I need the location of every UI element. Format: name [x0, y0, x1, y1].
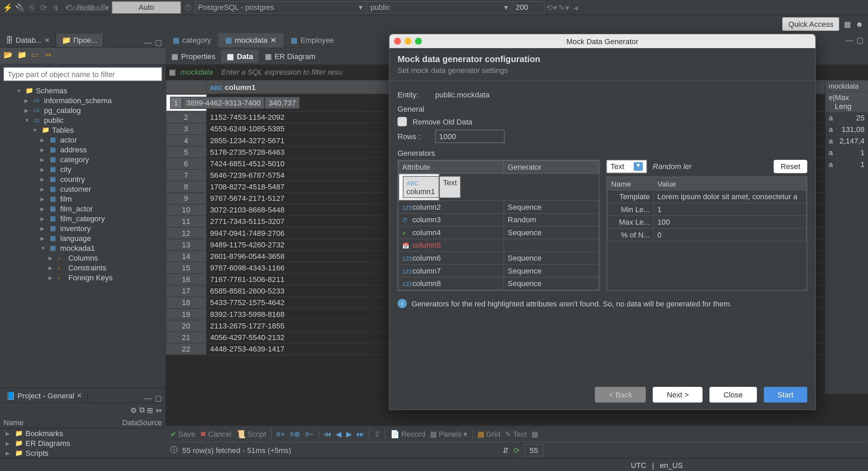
- remove-old-checkbox[interactable]: [397, 117, 407, 126]
- cancel-button[interactable]: ✖Cancel: [200, 430, 232, 438]
- close-icon[interactable]: ✕: [44, 37, 50, 44]
- commit-icon[interactable]: ↯: [51, 2, 61, 13]
- link-icon[interactable]: ⇔: [156, 406, 162, 415]
- tree-node[interactable]: ▶▦address: [0, 145, 165, 155]
- project-item[interactable]: ▶📁Bookmarks: [0, 429, 165, 438]
- sync-icon[interactable]: ⟲▾: [546, 2, 557, 13]
- start-button[interactable]: Start: [764, 387, 807, 402]
- refresh-icon[interactable]: ⟳: [513, 446, 520, 454]
- minimize-icon[interactable]: —: [144, 394, 152, 403]
- generator-row[interactable]: ⏱ column3Random: [398, 213, 599, 226]
- position-icon[interactable]: ⇵: [502, 446, 509, 454]
- tree-node[interactable]: ▼📁Schemas: [0, 86, 165, 96]
- tree-node[interactable]: ▶▦film: [0, 194, 165, 204]
- tab-database-navigator[interactable]: 🗄 Datab...✕: [0, 34, 56, 47]
- tree-node[interactable]: ▶▦actor: [0, 135, 165, 145]
- editor-tab[interactable]: ▦Employee: [284, 33, 341, 48]
- minimize-window-icon[interactable]: [405, 38, 411, 44]
- zoom-window-icon[interactable]: [415, 38, 422, 44]
- refresh-icon[interactable]: ⟳: [39, 2, 49, 13]
- maximize-icon[interactable]: ▢: [155, 38, 162, 47]
- perspective-icon[interactable]: ▦: [844, 19, 851, 28]
- help-icon[interactable]: ☻: [855, 19, 863, 28]
- close-window-icon[interactable]: [394, 38, 401, 44]
- tree-node[interactable]: ▶▦category: [0, 155, 165, 165]
- pencil-icon[interactable]: ✎▾: [558, 2, 569, 13]
- duprow-icon[interactable]: ≡⊕: [290, 430, 300, 438]
- back-icon[interactable]: ◂: [571, 2, 581, 13]
- timezone[interactable]: UTC: [631, 461, 647, 470]
- save-button[interactable]: ✔Save: [170, 430, 195, 438]
- copy-icon[interactable]: ⧉: [139, 406, 144, 415]
- property-row[interactable]: % of N...0: [607, 228, 806, 241]
- subtab-data[interactable]: ▦Data: [221, 50, 259, 63]
- tree-node[interactable]: ▶▭pg_catalog: [0, 106, 165, 115]
- reset-button[interactable]: Reset: [774, 160, 807, 173]
- generator-row[interactable]: 123 column7Sequence: [398, 264, 599, 277]
- plug2-icon[interactable]: 🔌: [15, 2, 25, 13]
- grid-view-button[interactable]: ▦Grid: [477, 430, 500, 438]
- value-panel-tab[interactable]: mockdata: [825, 81, 868, 92]
- generator-properties-table[interactable]: NameValue TemplateLorem ipsum dolor sit …: [607, 177, 807, 291]
- property-row[interactable]: Max Le...100: [607, 216, 806, 229]
- text-view-button[interactable]: ✎Text: [505, 430, 527, 438]
- tree-node[interactable]: ▶▦city: [0, 165, 165, 174]
- generators-table[interactable]: AttributeGenerator ABC column1Text123 co…: [397, 160, 599, 291]
- tree-node[interactable]: ▶▦film_category: [0, 214, 165, 224]
- quickaccess-button[interactable]: Quick Access: [783, 17, 839, 30]
- generator-row[interactable]: 123 column8Sequence: [398, 277, 599, 290]
- tab-projects[interactable]: 📁 Прое...: [56, 34, 104, 47]
- next-icon[interactable]: ▶: [346, 430, 352, 438]
- panels-button[interactable]: ▦Panels ▾: [430, 430, 468, 438]
- addrow-icon[interactable]: ≡+: [276, 430, 285, 438]
- maximize-icon[interactable]: ▢: [155, 394, 162, 403]
- newfolder-icon[interactable]: 📁: [17, 50, 28, 61]
- minimize-icon[interactable]: —: [845, 36, 853, 45]
- sql-icon[interactable]: ⎘: [27, 2, 37, 13]
- next-button[interactable]: Next >: [653, 387, 703, 402]
- property-row[interactable]: Min Le...1: [607, 203, 806, 216]
- editor-tab[interactable]: ▦category: [165, 33, 218, 48]
- table-row[interactable]: 13899-4462-9313-7400340,737: [166, 94, 206, 111]
- connection-combo[interactable]: PostgreSQL - postgres▾: [195, 1, 366, 14]
- collapse-icon[interactable]: ▭: [31, 50, 42, 61]
- rows-input[interactable]: [435, 130, 505, 143]
- newconn-icon[interactable]: 📂: [3, 50, 14, 61]
- close-icon[interactable]: ✕: [77, 392, 82, 399]
- config-icon[interactable]: ▦: [531, 430, 538, 438]
- delrow-icon[interactable]: ≡−: [305, 430, 314, 438]
- generator-row[interactable]: ABC column1Text: [398, 174, 439, 201]
- rollback-button[interactable]: Rollback: [87, 2, 98, 13]
- tree-node[interactable]: ▶▭information_schema: [0, 96, 165, 106]
- close-button[interactable]: Close: [710, 387, 757, 402]
- locale[interactable]: en_US: [660, 461, 683, 470]
- tree-node[interactable]: ▼▭public: [0, 115, 165, 125]
- tree-node[interactable]: ▶▫Columns: [0, 253, 165, 263]
- generator-row[interactable]: 123 column2Sequence: [398, 201, 599, 213]
- close-icon[interactable]: ✕: [270, 36, 277, 45]
- gear-icon[interactable]: ⚙: [130, 406, 137, 415]
- subtab-properties[interactable]: ▦Properties: [165, 50, 221, 63]
- property-row[interactable]: TemplateLorem ipsum dolor sit amet, cons…: [607, 190, 806, 203]
- subtab-er-diagram[interactable]: ▦ER Diagram: [259, 50, 321, 63]
- tree-node[interactable]: ▶▦customer: [0, 184, 165, 194]
- tree-node[interactable]: ▼▦mockada1: [0, 243, 165, 253]
- navigator-tree[interactable]: ▼📁Schemas▶▭information_schema▶▭pg_catalo…: [0, 84, 165, 388]
- generator-type-select[interactable]: Text▼: [607, 160, 647, 173]
- schema-combo[interactable]: public▾: [368, 1, 511, 14]
- generator-row[interactable]: 123 column6Sequence: [398, 252, 599, 265]
- rowlimit-input[interactable]: 200: [513, 1, 545, 14]
- tab-project-general[interactable]: 📘 Project - General✕: [0, 389, 88, 402]
- project-item[interactable]: ▶📁ER Diagrams: [0, 438, 165, 448]
- tree-node[interactable]: ▶▫Foreign Keys: [0, 273, 165, 283]
- export-icon[interactable]: ⇪: [374, 430, 380, 438]
- generator-row[interactable]: ✔ column4Sequence: [398, 226, 599, 239]
- tree-node[interactable]: ▼📁Tables: [0, 125, 165, 135]
- maximize-icon[interactable]: ▢: [856, 36, 863, 45]
- record-button[interactable]: 📄Record: [390, 430, 426, 438]
- tree-node[interactable]: ▶▦language: [0, 233, 165, 243]
- txmode-combo[interactable]: Auto: [112, 1, 181, 14]
- first-icon[interactable]: ⏮: [324, 430, 331, 438]
- add-icon[interactable]: ⊞: [147, 406, 153, 415]
- tree-node[interactable]: ▶▦country: [0, 174, 165, 184]
